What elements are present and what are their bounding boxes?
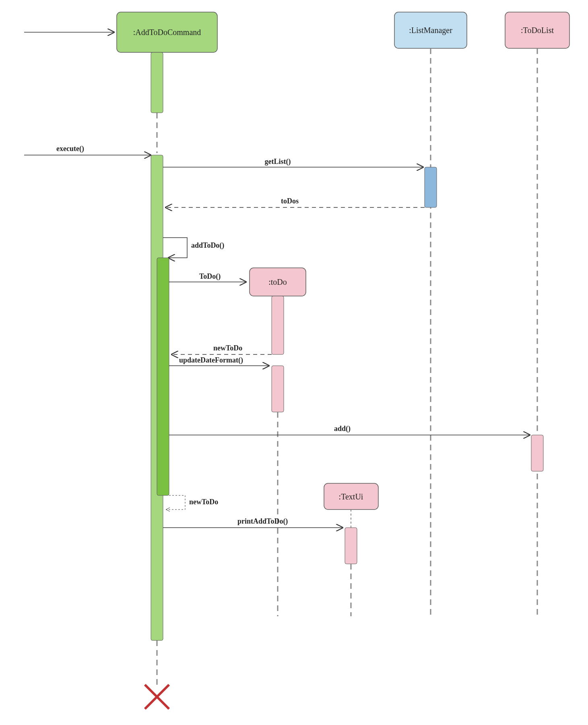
participant-listmanager: :ListManager bbox=[394, 12, 467, 48]
activation-listmanager bbox=[425, 167, 437, 207]
message-execute-label: execute() bbox=[56, 145, 84, 153]
activation-todo-1 bbox=[272, 296, 284, 354]
activation-addtodocommand-nested bbox=[157, 258, 169, 495]
activation-todolist bbox=[531, 435, 543, 471]
participant-addtodocommand-label: :AddToDoCommand bbox=[133, 28, 201, 37]
participant-listmanager-label: :ListManager bbox=[409, 26, 452, 35]
participant-todolist: :ToDoList bbox=[505, 12, 569, 48]
message-addtodo-label: addToDo() bbox=[191, 241, 224, 250]
participant-textui: :TextUi bbox=[324, 483, 378, 510]
participant-todo-label: :toDo bbox=[268, 278, 287, 286]
activation-addtodocommand-initial bbox=[151, 52, 163, 113]
message-updatedateformat-label: updateDateFormat() bbox=[179, 356, 243, 365]
activation-todo-2 bbox=[272, 366, 284, 412]
message-todo-label: ToDo() bbox=[199, 272, 221, 281]
activation-textui bbox=[345, 528, 357, 564]
message-newtodo2-arrow bbox=[167, 495, 185, 510]
participant-textui-label: :TextUi bbox=[339, 492, 363, 501]
message-newtodo-label: newToDo bbox=[213, 344, 242, 352]
message-addtodo-arrow bbox=[163, 238, 187, 258]
participant-todolist-label: :ToDoList bbox=[521, 26, 554, 35]
participant-todo: :toDo bbox=[250, 268, 306, 296]
message-printaddtodo-label: printAddToDo() bbox=[237, 517, 288, 526]
message-todos-label: toDos bbox=[281, 197, 299, 205]
message-getlist-label: getList() bbox=[265, 157, 291, 166]
participant-addtodocommand: :AddToDoCommand bbox=[117, 12, 217, 52]
message-newtodo2-label: newToDo bbox=[189, 498, 218, 506]
destroy-icon bbox=[145, 685, 169, 709]
message-add-label: add() bbox=[334, 425, 351, 433]
